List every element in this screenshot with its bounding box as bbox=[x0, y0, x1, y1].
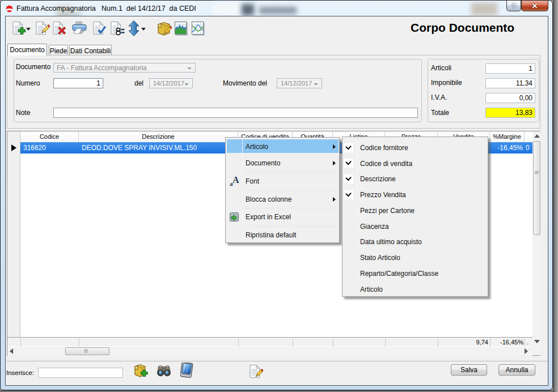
svg-text:a: a bbox=[230, 180, 233, 186]
svg-text:A: A bbox=[232, 175, 239, 185]
